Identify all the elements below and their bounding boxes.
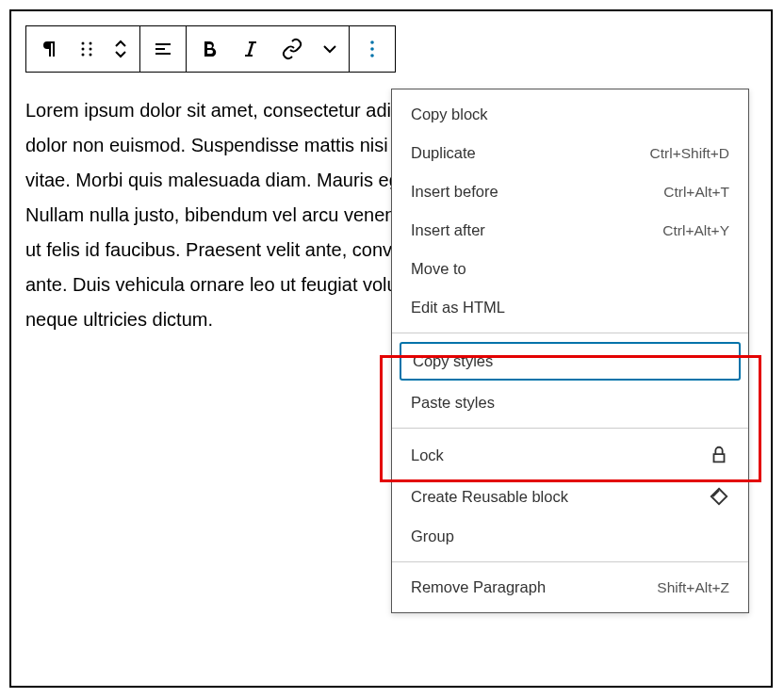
menu-shortcut: Ctrl+Shift+D bbox=[650, 145, 729, 162]
editor-container: Lorem ipsum dolor sit amet, consectetur … bbox=[9, 9, 773, 688]
menu-insert-before[interactable]: Insert before Ctrl+Alt+T bbox=[392, 172, 748, 211]
svg-point-7 bbox=[370, 47, 374, 51]
menu-label: Edit as HTML bbox=[411, 299, 505, 317]
svg-point-0 bbox=[82, 42, 85, 45]
menu-copy-block[interactable]: Copy block bbox=[392, 95, 748, 134]
menu-label: Duplicate bbox=[411, 144, 476, 162]
menu-section-3: Lock Create Reusable block Group bbox=[392, 429, 748, 562]
menu-group[interactable]: Group bbox=[392, 517, 748, 556]
menu-duplicate[interactable]: Duplicate Ctrl+Shift+D bbox=[392, 134, 748, 172]
menu-lock[interactable]: Lock bbox=[392, 434, 748, 476]
align-left-icon bbox=[152, 38, 174, 60]
italic-button[interactable] bbox=[230, 26, 271, 72]
reusable-icon bbox=[709, 486, 729, 507]
menu-label: Move to bbox=[411, 260, 466, 278]
menu-copy-styles[interactable]: Copy styles bbox=[400, 342, 741, 381]
svg-point-4 bbox=[90, 48, 92, 51]
more-vertical-icon bbox=[361, 38, 384, 60]
menu-shortcut: Ctrl+Alt+Y bbox=[662, 222, 729, 239]
link-button[interactable] bbox=[271, 26, 313, 72]
chevron-down-icon bbox=[318, 38, 341, 60]
move-up-down-button[interactable] bbox=[104, 26, 138, 72]
menu-label: Paste styles bbox=[411, 394, 495, 412]
toolbar-group-align bbox=[140, 26, 187, 72]
move-arrows-icon bbox=[109, 38, 132, 60]
menu-label: Lock bbox=[411, 446, 444, 464]
options-button[interactable] bbox=[351, 26, 393, 72]
menu-create-reusable[interactable]: Create Reusable block bbox=[392, 476, 748, 517]
more-format-button[interactable] bbox=[313, 26, 347, 72]
svg-point-5 bbox=[90, 54, 92, 57]
svg-point-8 bbox=[370, 54, 374, 57]
drag-handle-button[interactable] bbox=[70, 26, 104, 72]
menu-shortcut: Ctrl+Alt+T bbox=[663, 184, 729, 201]
menu-move-to[interactable]: Move to bbox=[392, 250, 748, 288]
menu-insert-after[interactable]: Insert after Ctrl+Alt+Y bbox=[392, 211, 748, 250]
lock-icon bbox=[709, 445, 729, 465]
menu-section-2: Copy styles Paste styles bbox=[392, 333, 748, 429]
menu-shortcut: Shift+Alt+Z bbox=[657, 579, 729, 596]
menu-section-1: Copy block Duplicate Ctrl+Shift+D Insert… bbox=[392, 89, 748, 333]
menu-label: Remove Paragraph bbox=[411, 578, 546, 596]
menu-label: Create Reusable block bbox=[411, 488, 568, 506]
svg-point-3 bbox=[90, 42, 92, 45]
menu-section-4: Remove Paragraph Shift+Alt+Z bbox=[392, 562, 748, 612]
block-options-menu: Copy block Duplicate Ctrl+Shift+D Insert… bbox=[391, 89, 749, 613]
svg-point-2 bbox=[82, 54, 85, 57]
svg-point-1 bbox=[82, 48, 85, 51]
bold-icon bbox=[198, 38, 220, 60]
bold-button[interactable] bbox=[188, 26, 230, 72]
drag-icon bbox=[75, 38, 98, 60]
link-icon bbox=[281, 38, 303, 60]
menu-label: Group bbox=[411, 528, 454, 545]
menu-label: Insert before bbox=[411, 183, 498, 201]
menu-label: Copy styles bbox=[413, 352, 493, 370]
menu-remove-paragraph[interactable]: Remove Paragraph Shift+Alt+Z bbox=[392, 568, 748, 607]
italic-icon bbox=[239, 38, 262, 60]
menu-label: Insert after bbox=[411, 221, 485, 239]
toolbar-group-options bbox=[350, 26, 395, 72]
paragraph-block-button[interactable] bbox=[28, 26, 70, 72]
paragraph-icon bbox=[38, 38, 60, 60]
svg-point-6 bbox=[370, 41, 374, 44]
menu-edit-html[interactable]: Edit as HTML bbox=[392, 288, 748, 327]
align-button[interactable] bbox=[142, 26, 184, 72]
toolbar-group-format bbox=[187, 26, 350, 72]
menu-label: Copy block bbox=[411, 106, 488, 123]
block-toolbar bbox=[25, 25, 396, 73]
menu-paste-styles[interactable]: Paste styles bbox=[392, 383, 748, 422]
toolbar-group-block bbox=[26, 26, 140, 72]
